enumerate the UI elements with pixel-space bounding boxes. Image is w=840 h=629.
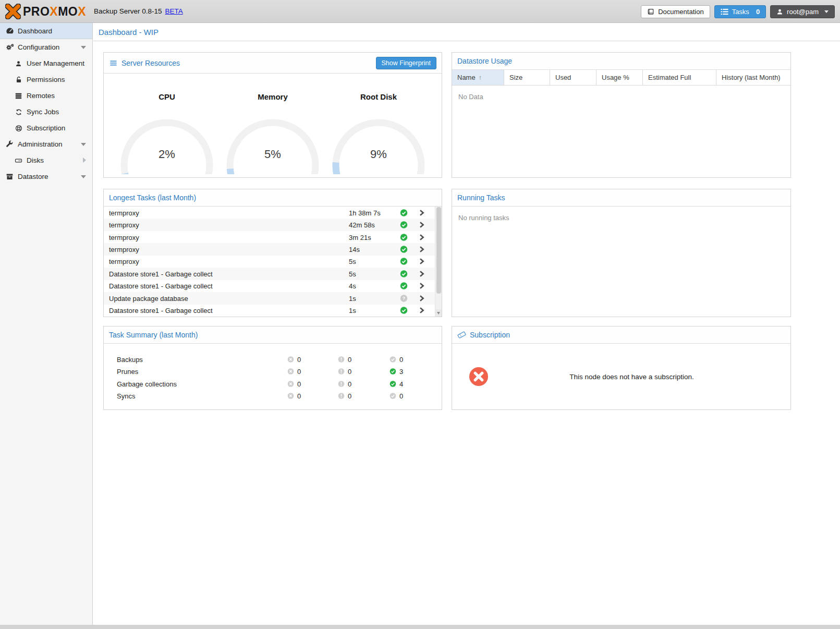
- sidebar-item-label: Configuration: [18, 43, 59, 51]
- documentation-label: Documentation: [658, 8, 703, 16]
- error-circle-icon: [287, 380, 294, 387]
- task-row[interactable]: termproxy 42m 58s: [104, 219, 442, 231]
- wrench-icon: [5, 140, 14, 149]
- summary-row: Syncs 0 0 0: [104, 390, 442, 403]
- proxmox-logo: PROXMOX: [5, 4, 86, 19]
- chevron-right-icon[interactable]: [419, 270, 425, 277]
- count-value: 0: [297, 380, 301, 388]
- tasks-button[interactable]: Tasks 0: [714, 5, 766, 18]
- beta-link[interactable]: BETA: [165, 7, 183, 15]
- sidebar-item-sync-jobs[interactable]: Sync Jobs: [0, 104, 92, 120]
- column-header-name[interactable]: Name ↑: [452, 70, 504, 85]
- panel-title: Datastore Usage: [457, 57, 512, 65]
- server-bars-icon: [14, 92, 23, 100]
- task-name: termproxy: [109, 233, 139, 241]
- task-row[interactable]: Datastore store1 - Garbage collect 1s: [104, 305, 442, 317]
- task-duration: 3m 21s: [349, 233, 371, 241]
- sidebar-item-user-management[interactable]: User Management: [0, 55, 92, 71]
- scrollbar[interactable]: [435, 207, 442, 317]
- error-count: 0: [287, 380, 301, 388]
- error-circle-icon: [287, 393, 294, 400]
- summary-row: Garbage collections 0 0 4: [104, 378, 442, 390]
- subscription-panel: Subscription This node does not have a s…: [452, 326, 791, 410]
- check-circle-icon: [400, 258, 408, 265]
- sidebar-item-configuration[interactable]: Configuration: [0, 39, 92, 55]
- task-summary-body: Backups 0 0 0 Prunes 0: [104, 344, 442, 402]
- task-name: Datastore store1 - Garbage collect: [109, 270, 213, 277]
- chevron-right-icon[interactable]: [419, 282, 425, 289]
- datastore-usage-header: Datastore Usage: [452, 53, 790, 70]
- check-circle-icon: [400, 282, 408, 290]
- sidebar-item-label: Datastore: [18, 173, 48, 180]
- summary-row: Prunes 0 0 3: [104, 366, 442, 378]
- count-value: 0: [348, 368, 351, 376]
- task-duration: 5s: [349, 258, 356, 265]
- sidebar-item-datastore[interactable]: Datastore: [0, 168, 92, 185]
- column-header-used[interactable]: Used: [550, 70, 596, 85]
- task-duration: 1s: [349, 294, 356, 302]
- cpu-gauge: CPU 2%: [117, 92, 216, 174]
- sidebar-item-subscription[interactable]: Subscription: [0, 120, 92, 136]
- unlock-icon: [14, 76, 23, 84]
- error-circle-icon: [287, 356, 294, 362]
- sidebar-item-dashboard[interactable]: Dashboard: [0, 23, 92, 39]
- chevron-right-icon[interactable]: [419, 295, 425, 302]
- column-header-estimated-full[interactable]: Estimated Full: [643, 70, 716, 85]
- scrollbar-down-button[interactable]: [435, 309, 442, 317]
- chevron-right-icon[interactable]: [419, 307, 425, 314]
- task-row[interactable]: termproxy 5s: [104, 256, 442, 268]
- datastore-usage-table-header: Name ↑ Size Used Usage % Estimated Full …: [452, 70, 790, 86]
- task-row[interactable]: termproxy 3m 21s: [104, 231, 442, 243]
- task-row[interactable]: Update package database 1s ?: [104, 292, 442, 304]
- chevron-down-icon: [81, 143, 86, 146]
- check-circle-icon: [389, 356, 396, 362]
- column-label: Size: [509, 74, 522, 81]
- chevron-right-icon[interactable]: [419, 258, 425, 265]
- task-row[interactable]: termproxy 14s: [104, 243, 442, 255]
- hdd-icon: [14, 156, 23, 165]
- tachometer-icon: [5, 27, 14, 35]
- user-menu-button[interactable]: root@pam: [770, 5, 835, 18]
- server-resources-header: Server Resources Show Fingerprint: [104, 53, 442, 74]
- chevron-right-icon[interactable]: [419, 234, 425, 241]
- task-duration: 14s: [349, 246, 360, 253]
- task-row[interactable]: termproxy 1h 38m 7s: [104, 207, 442, 219]
- check-circle-icon: [400, 246, 408, 253]
- gauge-title: Root Disk: [329, 92, 428, 102]
- chevron-right-icon[interactable]: [419, 246, 425, 253]
- sidebar-item-label: Permissions: [27, 76, 65, 83]
- server-bars-icon: [109, 59, 118, 67]
- task-duration: 4s: [349, 282, 356, 290]
- column-label: Used: [555, 74, 571, 81]
- column-header-history[interactable]: History (last Month): [716, 70, 790, 85]
- sidebar-item-remotes[interactable]: Remotes: [0, 88, 92, 104]
- sidebar-item-administration[interactable]: Administration: [0, 136, 92, 152]
- count-value: 3: [399, 368, 403, 376]
- sidebar-item-disks[interactable]: Disks: [0, 152, 92, 168]
- column-header-size[interactable]: Size: [504, 70, 550, 85]
- column-header-usage-pct[interactable]: Usage %: [596, 70, 643, 85]
- show-fingerprint-button[interactable]: Show Fingerprint: [376, 57, 437, 69]
- task-row[interactable]: Datastore store1 - Garbage collect 5s: [104, 268, 442, 280]
- sidebar-item-permissions[interactable]: Permissions: [0, 71, 92, 88]
- chevron-right-icon: [83, 158, 86, 163]
- user-icon: [776, 8, 783, 15]
- server-version-label: Backup Server 0.8-15BETA: [94, 7, 183, 15]
- ok-count: 4: [389, 380, 403, 388]
- check-circle-icon: [400, 221, 408, 229]
- resource-gauges: CPU 2% Memory 5% Root Disk: [104, 74, 442, 174]
- summary-label: Prunes: [117, 368, 138, 376]
- task-name: Datastore store1 - Garbage collect: [109, 282, 213, 290]
- error-count: 0: [287, 368, 301, 376]
- task-row[interactable]: Datastore store1 - Garbage collect 4s: [104, 280, 442, 292]
- chevron-right-icon[interactable]: [419, 221, 425, 228]
- check-circle-icon: [389, 380, 396, 387]
- task-duration: 5s: [349, 270, 356, 277]
- datastore-usage-panel: Datastore Usage Name ↑ Size Used Usage %…: [452, 52, 791, 178]
- life-ring-icon: [14, 124, 23, 132]
- gauge-value: 9%: [329, 148, 428, 161]
- documentation-button[interactable]: Documentation: [641, 5, 710, 18]
- top-bar: PROXMOX Backup Server 0.8-15BETA Documen…: [0, 0, 840, 23]
- chevron-right-icon[interactable]: [419, 209, 425, 216]
- scrollbar-thumb[interactable]: [436, 207, 441, 294]
